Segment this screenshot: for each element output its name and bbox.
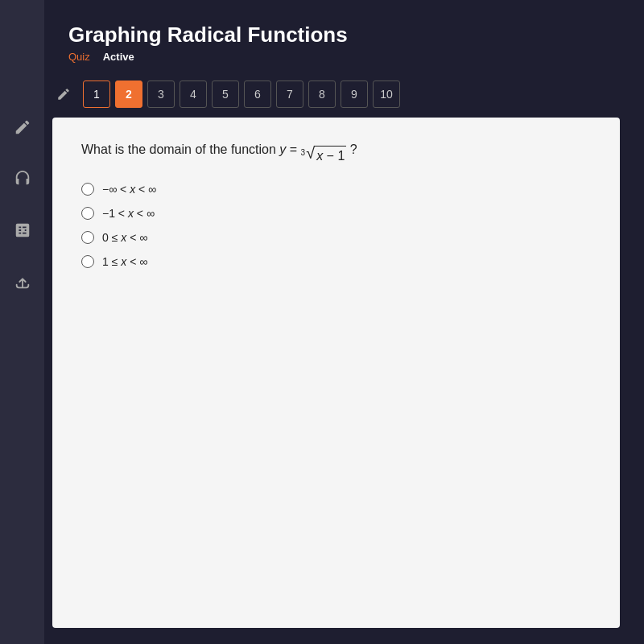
option-a-text: −∞ < x < ∞	[102, 183, 156, 196]
upload-icon[interactable]	[8, 267, 37, 296]
tab-10[interactable]: 10	[373, 80, 400, 108]
question-prefix: What is the domain of the function	[81, 142, 279, 156]
option-b-text: −1 < x < ∞	[102, 207, 155, 220]
tab-4[interactable]: 4	[180, 80, 207, 108]
radical-content: x − 1	[315, 146, 346, 166]
page-title: Graphing Radical Functions	[68, 23, 612, 47]
tab-6[interactable]: 6	[244, 80, 271, 108]
pencil-icon[interactable]	[8, 113, 37, 142]
question-suffix: ?	[350, 142, 357, 156]
breadcrumb-quiz: Quiz	[68, 51, 90, 63]
tab-8[interactable]: 8	[308, 80, 336, 108]
radical-sign: √	[306, 145, 315, 161]
calculator-icon[interactable]	[8, 216, 37, 245]
breadcrumb-active: Active	[103, 51, 134, 63]
radio-b[interactable]	[81, 207, 94, 220]
tab-7[interactable]: 7	[276, 80, 303, 108]
question-tabs: 1 2 3 4 5 6 7 8 9 10	[44, 71, 644, 118]
radio-a[interactable]	[81, 183, 94, 196]
radical-expression: 3√x − 1	[301, 145, 347, 165]
radio-c[interactable]	[81, 231, 94, 244]
option-b[interactable]: −1 < x < ∞	[81, 207, 591, 220]
option-d-text: 1 ≤ x < ∞	[102, 255, 147, 268]
function-expression: y = 3√x − 1	[279, 142, 349, 156]
question-card: What is the domain of the function y = 3…	[52, 118, 620, 628]
header: Graphing Radical Functions Quiz Active	[44, 0, 644, 71]
radio-d[interactable]	[81, 255, 94, 268]
edit-icon[interactable]	[52, 83, 75, 105]
tab-1[interactable]: 1	[83, 80, 110, 108]
sidebar	[0, 0, 44, 644]
question-text: What is the domain of the function y = 3…	[81, 140, 591, 165]
headphones-icon[interactable]	[8, 164, 37, 193]
tab-2[interactable]: 2	[115, 80, 142, 108]
main-content: Graphing Radical Functions Quiz Active 1…	[44, 0, 644, 644]
option-a[interactable]: −∞ < x < ∞	[81, 183, 591, 196]
option-d[interactable]: 1 ≤ x < ∞	[81, 255, 591, 268]
answer-options: −∞ < x < ∞ −1 < x < ∞ 0 ≤ x < ∞ 1 ≤ x < …	[81, 183, 591, 268]
tab-9[interactable]: 9	[341, 80, 368, 108]
option-c[interactable]: 0 ≤ x < ∞	[81, 231, 591, 244]
radical-index: 3	[301, 147, 306, 159]
tab-3[interactable]: 3	[147, 80, 175, 108]
breadcrumb: Quiz Active	[68, 51, 612, 63]
tab-5[interactable]: 5	[212, 80, 239, 108]
option-c-text: 0 ≤ x < ∞	[102, 231, 147, 244]
